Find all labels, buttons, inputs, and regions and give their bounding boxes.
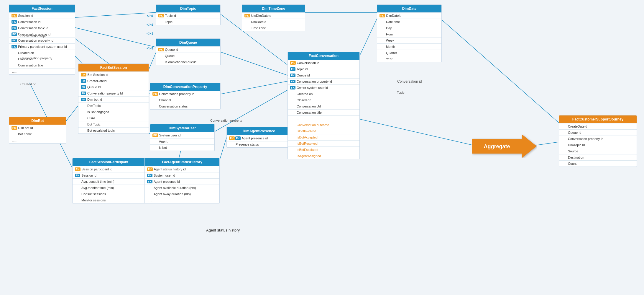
table-header-factCustomerSupportJourney: FactCustomerSupportJourney — [559, 115, 637, 123]
row-convtitle: Conversation title — [9, 62, 75, 68]
row-pk-xfk-agentpresenceid: PKFKAgent presence id — [227, 135, 291, 141]
row-presencestatus: Presence status — [227, 141, 291, 147]
badge-fk: FK — [235, 136, 241, 140]
badge-pk: PK — [229, 136, 235, 140]
row-ellipsis: ..... — [145, 197, 219, 203]
row-pk-sessionpartid: PKSession participant id — [73, 166, 145, 172]
table-header-factConversation: FactConversation — [288, 52, 359, 60]
row-convstatus: Conversation status — [150, 103, 220, 109]
row-pk-dimdateid: PKDimDateId — [377, 12, 441, 19]
agent-status-history-label: Agent status history — [206, 228, 240, 232]
conversation-topic-label: Conversation topic — [20, 34, 47, 38]
badge-fk: FK — [290, 67, 295, 71]
row-avgconsult: Avg. consult time (min) — [73, 178, 145, 185]
row-createdon: Created on — [9, 50, 75, 56]
table-factCustomerSupportJourney: FactCustomerSupportJourney CreateDateId … — [559, 115, 637, 167]
svg-line-1 — [71, 27, 156, 47]
row-pk-systemuserid: PKSystem user id — [150, 132, 214, 138]
row-dimtopicid: DimTopic Id — [559, 142, 637, 148]
badge-pk: PK — [380, 14, 385, 17]
row-bottopic: Bot Topic — [78, 121, 149, 127]
table-header-dimQueue: DimQueue — [156, 39, 220, 46]
row-fk-queueid: FKQueue id — [288, 72, 359, 78]
row-pk-botsessionid: PKBot Session id — [78, 71, 149, 78]
table-factSessionParticipant: FactSessionParticipant PKSession partici… — [72, 158, 145, 203]
row-isbot: Is bot — [150, 144, 214, 151]
row-closedon: Closed on — [288, 97, 359, 103]
svg-line-9 — [218, 81, 288, 94]
row-datetime: Date time — [377, 19, 441, 25]
row-dimtopic: DimTopic — [78, 102, 149, 109]
table-factBotSession: FactBotSession PKBot Session id FKCreate… — [78, 63, 149, 134]
row-ellipsis: ..... — [9, 137, 66, 143]
row-fk-ownersystemuserid: FKOwner system user id — [288, 84, 359, 91]
badge-pk: PK — [152, 133, 158, 137]
row-pk-sessionid: PKSession id — [9, 12, 75, 19]
svg-text:⊲⊲: ⊲⊲ — [146, 31, 153, 36]
svg-line-16 — [355, 118, 484, 148]
row-pk-utcdateid: PKUtcDimDateId — [242, 12, 305, 19]
row-createdon: Created on — [288, 91, 359, 97]
row-fk-dimbotid: FKDim bot Id — [78, 96, 149, 102]
row-csat: CSAT — [78, 115, 149, 121]
topic-label: Topic — [397, 91, 405, 94]
badge-fk: FK — [81, 79, 86, 83]
svg-line-0 — [71, 12, 156, 18]
row-destination: Destination — [559, 154, 637, 160]
table-header-factSession: FactSession — [9, 5, 75, 12]
row-convtitle: Conversation title — [288, 109, 359, 115]
table-dimTimeZone: DimTimeZone PKUtcDimDateId DimDateId Tim… — [242, 4, 305, 31]
badge-fk: FK — [290, 74, 295, 77]
table-dimSystemUser: DimSystemUser PKSystem user id Agent Is … — [150, 124, 215, 151]
row-topic: Topic — [156, 19, 220, 25]
table-header-dimTopic: DimTopic — [156, 5, 220, 12]
row-createdateid: CreateDateId — [559, 123, 637, 129]
table-factConversation: FactConversation PKConversation id FKTop… — [288, 52, 360, 159]
badge-fk: FK — [290, 80, 295, 83]
badge-fk: FK — [81, 98, 86, 101]
row-timezone: Time zone — [242, 25, 305, 31]
row-pk-dimbotid: PKDim bot Id — [9, 125, 66, 131]
aggregate-arrow: Aggregate — [472, 134, 537, 158]
row-isagentassigned: IsAgentAssigned — [288, 153, 359, 159]
table-header-dimDate: DimDate — [377, 5, 441, 12]
badge-pk: PK — [152, 92, 158, 96]
row-queue: Queue — [156, 53, 220, 59]
table-dimTopic: DimTopic PKTopic id Topic — [156, 4, 221, 25]
table-header-dimTimeZone: DimTimeZone — [242, 5, 305, 12]
row-fk-primarypart: FKPrimary participant system user id — [9, 43, 75, 50]
conversation-property-label-2: Conversation property — [210, 119, 242, 122]
svg-line-10 — [212, 90, 288, 133]
svg-text:Aggregate: Aggregate — [484, 144, 510, 149]
row-fk-convtopicid: FKConversation topic id — [9, 25, 75, 31]
row-queueid: Queue Id — [559, 129, 637, 136]
row-year: Year — [377, 56, 441, 62]
row-fk-convpropid: FKConversation property id — [288, 78, 359, 84]
row-monitorsessions: Monitor sessions — [73, 197, 145, 203]
row-fk-queueid: FKQueue Id — [78, 84, 149, 90]
badge-fk: FK — [147, 174, 152, 177]
diagram-canvas: ⊲⊲ ⊲⊲ ⊲⊲ ⊲⊲ FactSession PKSession id FKC… — [0, 0, 644, 295]
created-on-label: Created on — [20, 82, 36, 86]
badge-pk: PK — [290, 61, 296, 65]
badge-fk: FK — [290, 86, 295, 89]
row-isbotengaged: Is Bot engaged — [78, 109, 149, 115]
svg-line-6 — [65, 105, 79, 123]
svg-line-7 — [220, 52, 288, 75]
row-fk-convid: FKConversation id — [9, 19, 75, 25]
badge-pk: PK — [158, 48, 164, 51]
row-fk-agentpresenceid: FKAgent presence id — [145, 178, 219, 185]
svg-text:⊲⊲: ⊲⊲ — [146, 22, 153, 27]
row-pk-queueid: PKQueue id — [156, 46, 220, 53]
badge-fk: FK — [147, 180, 152, 183]
row-convurl: Conversation Url — [288, 103, 359, 109]
row-quarter: Quarter — [377, 50, 441, 56]
badge-fk: FK — [12, 32, 17, 36]
row-agentaway: Agent away duration (hrs) — [145, 191, 219, 197]
badge-fk: FK — [12, 20, 17, 24]
svg-text:⊲⊲: ⊲⊲ — [146, 13, 153, 18]
row-source: Source — [559, 148, 637, 154]
row-isbotaccepted: IsBotAccepted — [288, 134, 359, 140]
badge-fk: FK — [81, 92, 86, 95]
table-factAgentStatusHistory: FactAgentStatusHistory PKAgent status hi… — [144, 158, 220, 203]
